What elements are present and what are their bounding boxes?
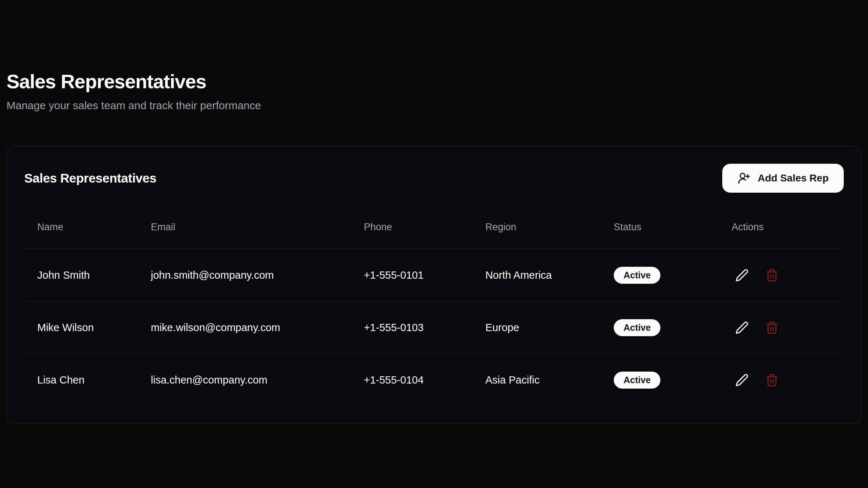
rep-actions-cell xyxy=(719,249,844,301)
add-sales-rep-label: Add Sales Rep xyxy=(758,172,829,184)
table-row: Mike Wilson mike.wilson@company.com +1-5… xyxy=(24,301,844,354)
rep-name: Mike Wilson xyxy=(24,301,138,354)
user-plus-icon xyxy=(737,172,750,185)
column-header-name: Name xyxy=(24,207,138,249)
column-header-actions: Actions xyxy=(719,207,844,249)
rep-status-cell: Active xyxy=(601,301,719,354)
rep-phone: +1-555-0104 xyxy=(351,354,472,406)
trash-icon xyxy=(765,269,779,282)
pencil-icon xyxy=(735,321,749,334)
column-header-email: Email xyxy=(138,207,351,249)
delete-button[interactable] xyxy=(762,317,782,338)
card-title: Sales Representatives xyxy=(24,171,156,185)
delete-button[interactable] xyxy=(762,265,782,286)
table-row: Lisa Chen lisa.chen@company.com +1-555-0… xyxy=(24,354,844,406)
sales-reps-table: Name Email Phone Region Status Actions J… xyxy=(24,207,844,406)
rep-name: John Smith xyxy=(24,249,138,301)
status-badge: Active xyxy=(614,372,660,389)
rep-region: Asia Pacific xyxy=(472,354,601,406)
status-badge: Active xyxy=(614,267,660,284)
rep-email: mike.wilson@company.com xyxy=(138,301,351,354)
rep-status-cell: Active xyxy=(601,354,719,406)
table-header: Name Email Phone Region Status Actions xyxy=(24,207,844,249)
rep-actions-cell xyxy=(719,354,844,406)
column-header-phone: Phone xyxy=(351,207,472,249)
rep-phone: +1-555-0103 xyxy=(351,301,472,354)
pencil-icon xyxy=(735,269,749,282)
page: Sales Representatives Manage your sales … xyxy=(0,54,868,424)
page-title: Sales Representatives xyxy=(7,70,861,93)
rep-email: john.smith@company.com xyxy=(138,249,351,301)
page-header: Sales Representatives Manage your sales … xyxy=(7,54,861,112)
rep-name: Lisa Chen xyxy=(24,354,138,406)
edit-button[interactable] xyxy=(732,317,752,338)
edit-button[interactable] xyxy=(732,370,752,390)
trash-icon xyxy=(765,321,779,334)
card-header: Sales Representatives Add Sales Rep xyxy=(24,164,844,193)
sales-reps-card: Sales Representatives Add Sales Rep xyxy=(7,146,861,424)
edit-button[interactable] xyxy=(732,265,752,286)
rep-region: Europe xyxy=(472,301,601,354)
delete-button[interactable] xyxy=(762,370,782,390)
rep-region: North America xyxy=(472,249,601,301)
rep-email: lisa.chen@company.com xyxy=(138,354,351,406)
rep-status-cell: Active xyxy=(601,249,719,301)
rep-phone: +1-555-0101 xyxy=(351,249,472,301)
top-header-band xyxy=(0,0,868,54)
page-subtitle: Manage your sales team and track their p… xyxy=(7,99,861,112)
trash-icon xyxy=(765,373,779,387)
column-header-region: Region xyxy=(472,207,601,249)
table-body: John Smith john.smith@company.com +1-555… xyxy=(24,249,844,406)
table-row: John Smith john.smith@company.com +1-555… xyxy=(24,249,844,301)
column-header-status: Status xyxy=(601,207,719,249)
pencil-icon xyxy=(735,373,749,387)
status-badge: Active xyxy=(614,319,660,336)
add-sales-rep-button[interactable]: Add Sales Rep xyxy=(722,164,844,193)
rep-actions-cell xyxy=(719,301,844,354)
